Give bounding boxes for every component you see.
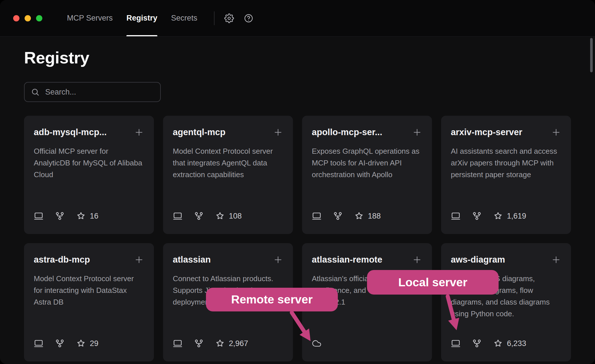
title-bar: MCP Servers Registry Secrets [0,0,595,37]
add-server-button[interactable] [551,127,561,137]
local-server-arrow [439,293,473,339]
server-name: arxiv-mcp-server [451,127,522,137]
plus-icon [273,127,283,137]
plus-icon [134,255,144,265]
search-icon [31,88,39,96]
help-icon [244,13,253,23]
server-card[interactable]: arxiv-mcp-server AI assistants search an… [441,116,571,234]
card-footer-local: 29 [34,339,144,348]
server-description: Model Context Protocol server for intera… [34,273,144,308]
star-icon [493,339,503,348]
app-window: MCP Servers Registry Secrets Regist [0,0,595,364]
card-footer: 16 [34,211,144,221]
add-server-button[interactable] [551,255,561,265]
card-footer: 6,233 [451,339,561,348]
fork-icon [55,211,65,221]
plus-icon [551,255,561,265]
fork-icon [194,211,204,221]
search-input[interactable] [45,87,154,97]
add-server-button[interactable] [134,127,144,137]
fork-icon [333,211,343,221]
scrollbar-thumb[interactable] [590,38,593,72]
server-name: atlassian-remote [312,255,382,265]
tab-registry[interactable]: Registry [126,0,157,36]
card-footer: 1,619 [451,211,561,221]
card-footer-local: 6,233 [451,339,561,348]
star-count: 16 [90,212,98,221]
server-card[interactable]: apollo-mcp-ser... Exposes GraphQL operat… [302,116,432,234]
laptop-icon [312,211,322,221]
star-count: 1,619 [507,212,526,221]
card-footer-local: 16 [34,211,144,221]
card-footer-local: 1,619 [451,211,561,221]
laptop-icon [173,339,183,348]
server-description: Official MCP server for AnalyticDB for M… [34,145,144,181]
star-icon [493,211,503,221]
plus-icon [412,127,422,137]
remote-server-arrow [283,309,323,351]
star-icon [215,211,225,221]
server-name: apollo-mcp-ser... [312,127,382,137]
page-title: Registry [24,48,571,67]
server-name: astra-db-mcp [34,255,90,265]
toolbar-divider [214,11,215,25]
laptop-icon [451,339,461,348]
local-server-callout: Local server [367,270,499,295]
star-icon [76,339,86,348]
card-footer-remote [312,339,422,348]
main-nav: MCP Servers Registry Secrets [67,0,197,36]
card-footer [312,339,422,348]
star-count: 188 [368,212,381,221]
card-footer-local: 108 [173,211,283,221]
gear-icon [224,13,234,23]
star-icon [215,339,225,348]
traffic-lights [13,15,42,21]
add-server-button[interactable] [273,255,283,265]
card-footer-local: 2,967 [173,339,283,348]
card-footer-local: 188 [312,211,422,221]
fork-icon [472,211,482,221]
server-card[interactable]: adb-mysql-mcp... Official MCP server for… [24,116,154,234]
laptop-icon [34,211,43,221]
laptop-icon [451,211,461,221]
plus-icon [412,255,422,265]
server-card[interactable]: agentql-mcp Model Context Protocol serve… [163,116,293,234]
help-button[interactable] [244,13,253,23]
settings-button[interactable] [224,13,234,23]
server-name: agentql-mcp [173,127,225,137]
star-count: 29 [90,339,98,348]
laptop-icon [173,211,183,221]
card-footer: 108 [173,211,283,221]
star-count: 108 [229,212,242,221]
server-description: Model Context Protocol server that integ… [173,145,283,181]
remote-server-callout: Remote server [206,288,338,311]
server-name: aws-diagram [451,255,505,265]
card-footer: 2,967 [173,339,283,348]
plus-icon [134,127,144,137]
add-server-button[interactable] [412,127,422,137]
server-card[interactable]: astra-db-mcp Model Context Protocol serv… [24,243,154,361]
star-icon [354,211,364,221]
server-description: AI assistants search and access arXiv pa… [451,145,561,181]
star-count: 2,967 [229,339,248,348]
laptop-icon [34,339,43,348]
fork-icon [194,339,204,348]
card-footer: 29 [34,339,144,348]
server-name: atlassian [173,255,211,265]
plus-icon [273,255,283,265]
add-server-button[interactable] [134,255,144,265]
star-count: 6,233 [507,339,526,348]
server-name: adb-mysql-mcp... [34,127,107,137]
zoom-window-button[interactable] [36,15,42,21]
star-icon [76,211,86,221]
add-server-button[interactable] [273,127,283,137]
tab-mcp-servers[interactable]: MCP Servers [67,0,113,36]
server-description: Exposes GraphQL operations as MCP tools … [312,145,422,181]
card-footer: 188 [312,211,422,221]
fork-icon [472,339,482,348]
add-server-button[interactable] [412,255,422,265]
minimize-window-button[interactable] [25,15,31,21]
tab-secrets[interactable]: Secrets [171,0,197,36]
search-box [24,82,161,102]
close-window-button[interactable] [13,15,19,21]
